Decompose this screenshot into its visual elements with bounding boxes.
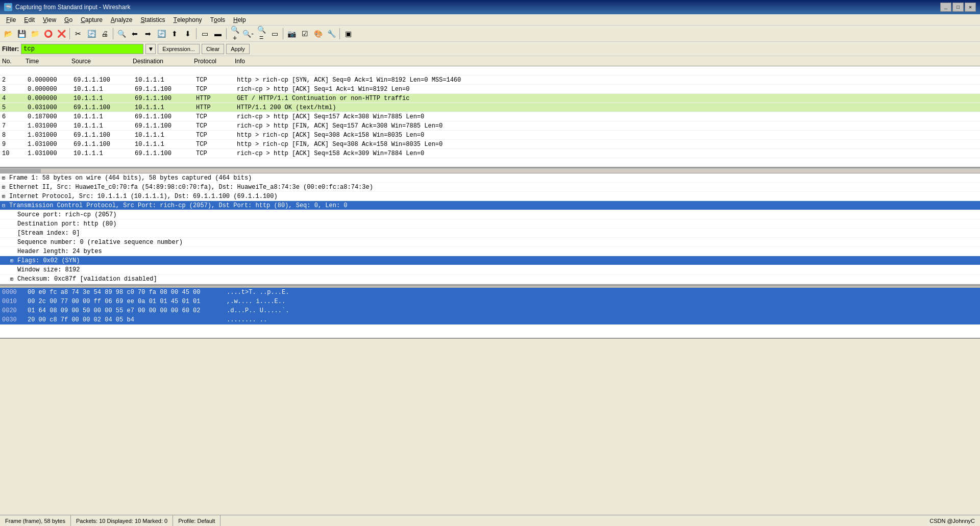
packet-time: 0.000000 bbox=[26, 95, 71, 102]
packet-scrollbar[interactable] bbox=[0, 168, 980, 173]
toolbar-refresh-button[interactable]: 🔄 bbox=[85, 28, 97, 40]
toolbar-close-button[interactable]: 📁 bbox=[29, 28, 41, 40]
detail-row[interactable]: ⊞ Frame 1: 58 bytes on wire (464 bits), … bbox=[0, 173, 980, 183]
clear-button[interactable]: Clear bbox=[202, 44, 224, 54]
detail-row[interactable]: Destination port: http (80) bbox=[0, 219, 980, 229]
detail-row[interactable]: Window size: 8192 bbox=[0, 265, 980, 274]
packet-proto: TCP bbox=[194, 132, 235, 139]
toolbar-mode2-button[interactable]: ▬ bbox=[212, 28, 224, 40]
filter-input[interactable] bbox=[21, 44, 143, 54]
status-credit-text: CSDN @JohnnyC bbox=[929, 518, 975, 524]
packet-src: 10.1.1.1 bbox=[71, 95, 133, 102]
toolbar-zoom-fit-button[interactable]: 🔍= bbox=[255, 28, 267, 40]
menu-analyze[interactable]: Analyze bbox=[107, 14, 137, 25]
packet-row[interactable]: 2 0.000000 69.1.1.100 10.1.1.1 TCP http … bbox=[0, 76, 980, 85]
hex-row[interactable]: 001000 2c 00 77 00 00 ff 06 69 ee 0a 01 … bbox=[0, 297, 980, 306]
close-button[interactable]: ✕ bbox=[965, 3, 976, 12]
toolbar-zoom-100-button[interactable]: ▭ bbox=[268, 28, 281, 40]
packet-row[interactable]: 7 1.031000 10.1.1.1 69.1.1.100 TCP rich-… bbox=[0, 121, 980, 131]
toolbar-down-button[interactable]: ⬇ bbox=[182, 28, 194, 40]
apply-button[interactable]: Apply bbox=[226, 44, 250, 54]
toolbar-settings-button[interactable]: 🔧 bbox=[325, 28, 337, 40]
maximize-button[interactable]: □ bbox=[952, 3, 964, 12]
toolbar-stop-button[interactable]: ❌ bbox=[55, 28, 67, 40]
expand-icon: ⊟ bbox=[2, 203, 9, 209]
packet-info: rich-cp > http [ACK] Seq=158 Ack=309 Win… bbox=[235, 150, 980, 157]
hex-row[interactable]: 003020 00 c8 7f 00 00 02 04 05 b4.......… bbox=[0, 315, 980, 324]
packet-row[interactable]: 10 1.031000 10.1.1.1 69.1.1.100 TCP rich… bbox=[0, 149, 980, 158]
toolbar-cut-button[interactable]: ✂ bbox=[72, 28, 84, 40]
scrollbar-thumb[interactable] bbox=[0, 169, 41, 173]
detail-row[interactable]: ⊞ Checksum: 0xc87f [validation disabled] bbox=[0, 274, 980, 284]
toolbar-zoom-out-button[interactable]: 🔍- bbox=[242, 28, 254, 40]
menu-telephony[interactable]: Telephony bbox=[169, 14, 206, 25]
scrollbar-track[interactable] bbox=[0, 169, 980, 173]
packet-list-header: No. Time Source Destination Protocol Inf… bbox=[0, 56, 980, 66]
toolbar-reload-button[interactable]: ⭕ bbox=[42, 28, 54, 40]
toolbar-back-button[interactable]: ⬅ bbox=[129, 28, 141, 40]
packet-dst: 10.1.1.1 bbox=[133, 77, 194, 84]
toolbar-open-button[interactable]: 📂 bbox=[2, 28, 14, 40]
packet-info: HTTP/1.1 200 OK (text/html) bbox=[235, 104, 980, 111]
packet-row[interactable]: 8 1.031000 69.1.1.100 10.1.1.1 TCP http … bbox=[0, 131, 980, 140]
detail-row[interactable]: Sequence number: 0 (relative sequence nu… bbox=[0, 238, 980, 247]
packet-no: 2 bbox=[0, 77, 26, 84]
toolbar-print-button[interactable]: 🖨 bbox=[99, 28, 111, 40]
hex-row[interactable]: 000000 e0 fc a8 74 3e 54 89 98 c0 70 fa … bbox=[0, 288, 980, 297]
menu-statistics[interactable]: Statistics bbox=[137, 14, 169, 25]
wireshark-icon: 🦈 bbox=[4, 3, 12, 11]
packet-row[interactable]: 3 0.000000 10.1.1.1 69.1.1.100 TCP rich-… bbox=[0, 85, 980, 94]
detail-row[interactable]: ⊟ Transmission Control Protocol, Src Por… bbox=[0, 201, 980, 210]
hex-bytes: 00 e0 fc a8 74 3e 54 89 98 c0 70 fa 08 0… bbox=[28, 289, 216, 296]
detail-row[interactable]: ⊞ Ethernet II, Src: HuaweiTe_c0:70:fa (5… bbox=[0, 183, 980, 192]
status-frame: Frame (frame), 58 bytes bbox=[0, 515, 71, 526]
packet-row[interactable]: 5 0.031000 69.1.1.100 10.1.1.1 HTTP HTTP… bbox=[0, 103, 980, 112]
expression-button[interactable]: Expression... bbox=[158, 44, 200, 54]
menu-tools[interactable]: Tools bbox=[206, 14, 229, 25]
packet-dst: 10.1.1.1 bbox=[133, 141, 194, 148]
detail-row[interactable]: ⊞ Internet Protocol, Src: 10.1.1.1 (10.1… bbox=[0, 192, 980, 201]
packet-row[interactable]: 4 0.000000 10.1.1.1 69.1.1.100 HTTP GET … bbox=[0, 94, 980, 103]
hex-row[interactable]: 002001 64 08 09 00 50 00 00 55 e7 00 00 … bbox=[0, 306, 980, 315]
packet-time: 0.187000 bbox=[26, 113, 71, 120]
toolbar-forward-button[interactable]: ➡ bbox=[142, 28, 154, 40]
hex-bytes: 00 2c 00 77 00 00 ff 06 69 ee 0a 01 01 4… bbox=[28, 298, 216, 305]
packet-row[interactable]: 1 0.000000 10.1.1.1 69.1.1.100 TCP rich-… bbox=[0, 66, 980, 76]
toolbar-color-button[interactable]: 🎨 bbox=[312, 28, 324, 40]
packet-row[interactable]: 6 0.187000 10.1.1.1 69.1.1.100 TCP rich-… bbox=[0, 112, 980, 121]
menu-edit[interactable]: Edit bbox=[20, 14, 39, 25]
detail-text: Header length: 24 bytes bbox=[17, 248, 102, 255]
menu-file[interactable]: File bbox=[2, 14, 20, 25]
detail-row[interactable]: Source port: rich-cp (2057) bbox=[0, 210, 980, 219]
toolbar-extra-button[interactable]: ▣ bbox=[342, 28, 354, 40]
toolbar-goto-button[interactable]: 🔄 bbox=[155, 28, 167, 40]
detail-row[interactable]: [Stream index: 0] bbox=[0, 229, 980, 238]
col-header-info: Info bbox=[235, 58, 980, 65]
packet-no: 5 bbox=[0, 104, 26, 111]
toolbar-mode1-button[interactable]: ▭ bbox=[199, 28, 211, 40]
expand-icon: ⊞ bbox=[10, 258, 17, 264]
title-bar-left: 🦈 Capturing from Standard input - Wiresh… bbox=[4, 3, 130, 11]
packet-dst: 69.1.1.100 bbox=[133, 150, 194, 157]
minimize-button[interactable]: _ bbox=[940, 3, 951, 12]
toolbar-save-button[interactable]: 💾 bbox=[15, 28, 28, 40]
packet-row[interactable]: 9 1.031000 69.1.1.100 10.1.1.1 TCP http … bbox=[0, 140, 980, 149]
toolbar-up-button[interactable]: ⬆ bbox=[168, 28, 181, 40]
detail-text: Frame 1: 58 bytes on wire (464 bits), 58… bbox=[9, 174, 252, 182]
toolbar-check-button[interactable]: ☑ bbox=[299, 28, 311, 40]
packet-no: 3 bbox=[0, 86, 26, 93]
toolbar-capture-button[interactable]: 📷 bbox=[285, 28, 298, 40]
menu-capture[interactable]: Capture bbox=[77, 14, 107, 25]
menu-view[interactable]: View bbox=[39, 14, 60, 25]
toolbar-find-button[interactable]: 🔍 bbox=[115, 28, 128, 40]
menu-go[interactable]: Go bbox=[60, 14, 77, 25]
packet-time: 1.031000 bbox=[26, 122, 71, 130]
detail-row[interactable]: ⊞ Flags: 0x02 (SYN) bbox=[0, 256, 980, 265]
filter-dropdown-button[interactable]: ▼ bbox=[145, 44, 156, 54]
title-bar-controls[interactable]: _ □ ✕ bbox=[940, 3, 976, 12]
toolbar-zoom-in-button[interactable]: 🔍+ bbox=[229, 28, 241, 40]
detail-row[interactable]: Header length: 24 bytes bbox=[0, 247, 980, 256]
packet-proto: TCP bbox=[194, 86, 235, 93]
menu-help[interactable]: Help bbox=[229, 14, 250, 25]
packet-src: 69.1.1.100 bbox=[71, 132, 133, 139]
